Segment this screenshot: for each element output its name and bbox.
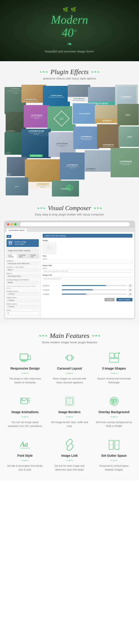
hover-title-input[interactable]: input text for your title content here: [43, 270, 133, 273]
plugin-effects-subtitle: awesome effects with many style options: [4, 77, 135, 80]
browser-dot-close[interactable]: [7, 223, 9, 226]
responsive-icon: [18, 351, 32, 364]
feature-gutter-title: Set Gutter Space: [95, 454, 133, 458]
slider-row-3: 1 Column 40: [43, 292, 133, 296]
svg-rect-9: [9, 243, 10, 245]
feature-link-title: Image Link: [50, 454, 89, 458]
browser-dot-maximize[interactable]: [14, 223, 16, 226]
shapes-icon: [107, 351, 121, 364]
right-section-hover-title: Hover Title: [43, 264, 133, 266]
feature-animations-title: Image Animations: [6, 410, 44, 414]
settings-title: Image Hover Effect Settings: [6, 249, 39, 252]
svg-rect-16: [28, 356, 30, 360]
font-icon: Aa: [18, 438, 32, 452]
save-button[interactable]: Save changes: [117, 298, 133, 301]
tab-carousel[interactable]: Carousel Items: [18, 254, 28, 258]
feature-link-desc: Set link for each image and determine op…: [50, 464, 89, 472]
hero-leaves: 🌿 🌿: [4, 7, 135, 12]
feature-shapes: 3 Image Shapes 〜❧〜 Square Vertical and H…: [93, 348, 135, 386]
image-upload-area[interactable]: [43, 242, 56, 254]
carousel-icon: [63, 351, 76, 364]
link-icon: [63, 438, 76, 452]
svg-text:|: |: [118, 448, 119, 450]
features-title: Main Features: [50, 332, 89, 340]
browser-toolbar: [5, 221, 134, 228]
hero-title-line1: Modern: [51, 13, 88, 26]
browser-address-bar: [20, 222, 130, 226]
leaf-left-icon: 🌿: [63, 7, 68, 12]
feature-link-ornament: 〜❧〜: [50, 459, 89, 462]
borders-icon: [63, 394, 76, 408]
hero-title: Modern 40+: [4, 13, 135, 39]
ornament-left: ❧✦❧: [39, 70, 48, 74]
feature-responsive-desc: The plugin is fully responsive based on …: [6, 377, 44, 384]
crystal-icon: [65, 183, 74, 193]
plugin-effects-heading: ❧✦❧ Plugin Effects ❧✦❧: [4, 68, 135, 76]
svg-rect-21: [110, 358, 119, 362]
browser-mockup: Flamestarter-Admin All: [4, 221, 135, 318]
svg-rect-19: [110, 353, 114, 358]
feature-font-title: Font Style: [6, 454, 44, 458]
settings-field-desktop: Desktop Column 1 Column: [6, 290, 39, 296]
plugin-collage: LoremIpsum Lorem ipsum dolor sit amet co…: [4, 85, 135, 193]
main-features-section: ❧✦❧ Main Features ❧✦❧ Some modern image …: [0, 325, 139, 480]
collage-item-11: LoremIpsum lorem ipsum sit: [95, 105, 119, 123]
feature-borders-title: Image Borders: [50, 410, 89, 414]
hero-subtitle: beautiful and awesome image hover: [4, 50, 135, 53]
settings-field-overlay: Overlay Background Fill Method Default: [6, 279, 39, 284]
browser-dot-minimize[interactable]: [10, 223, 13, 226]
browser-tab-active[interactable]: Flamestarter-Admin: [6, 228, 27, 232]
feature-overlay-desc: Set hover overlay background as RGB or R…: [95, 420, 133, 428]
features-grid: Responsive Design 〜❧〜 The plugin is full…: [4, 348, 135, 474]
hover-title-field: Ipsum input text for your title content …: [43, 268, 133, 273]
browser-tabs: Flamestarter-Admin: [5, 228, 134, 232]
settings-field-creative: Creative 1 Choose your Hover Effect Here: [6, 260, 39, 265]
all-tab[interactable]: All: [6, 235, 11, 238]
features-subtitle: Some modern image hover plugin features: [4, 341, 135, 344]
settings-field-hover: Creative 1 - Hover Effect Effect 2: [6, 266, 39, 271]
hero-title-line2: 40: [62, 26, 74, 39]
collage-item-24: ipsum: [6, 177, 28, 196]
collage-item-22: LoremIpsum lorem ipsum dolor sit: [85, 150, 112, 172]
feature-responsive: Responsive Design 〜❧〜 The plugin is full…: [4, 348, 46, 386]
feature-responsive-ornament: 〜❧〜: [6, 372, 44, 376]
feature-borders-desc: Set image border style, width and color: [50, 420, 89, 428]
hero-title-sup: +: [74, 28, 77, 34]
feature-overlay-title: Overlay Background: [95, 410, 133, 414]
cancel-button[interactable]: Cancel: [105, 298, 115, 301]
slider-value-3: 40: [128, 292, 133, 296]
title-field: Lorem: [43, 258, 133, 263]
feature-carousel-ornament: 〜❧〜: [50, 372, 89, 376]
feature-shapes-title: 3 Image Shapes: [95, 366, 133, 370]
slider-row-2: 1 Column 50: [43, 288, 133, 292]
vc-heading: ❧✦❧ Visual Composer ❧✦❧: [4, 204, 135, 212]
svg-point-12: [48, 247, 49, 248]
link-input[interactable]: http://www.example.com: [43, 277, 133, 280]
collage-item-13: Lorem lorem ipsum: [4, 132, 24, 155]
leaf-right-icon: 🌿: [71, 7, 76, 12]
gutter-icon: | |: [107, 438, 121, 452]
feature-overlay-ornament: 〜❧〜: [95, 415, 133, 419]
tab-custom-css[interactable]: Custom CSS: [29, 254, 39, 258]
slider-row-1: 1 Column 70: [43, 284, 133, 287]
feature-responsive-title: Responsive Design: [6, 366, 44, 370]
action-buttons: Cancel Save changes: [43, 298, 133, 301]
title-input[interactable]: [43, 260, 133, 263]
browser-content: All Modern Image Hover Effect: [5, 232, 134, 318]
link-field: http://www.example.com: [43, 277, 133, 280]
ornament-right: ❧✦❧: [91, 70, 100, 74]
svg-rect-8: [11, 242, 12, 243]
svg-point-26: [21, 398, 22, 400]
collage-item-18: ipsum: [119, 126, 139, 147]
hero-ornament-icon: ❧: [4, 40, 135, 48]
animations-icon: [18, 394, 32, 408]
svg-rect-13: [20, 354, 28, 360]
feature-animations-ornament: 〜❧〜: [6, 415, 44, 419]
collage-item-19: LoremIpsum: [7, 157, 27, 176]
collage-item-14: LOREMIPSUM Lorem ipsum dolor sit amet el…: [21, 129, 51, 158]
tab-hover-settings[interactable]: Hover Settings: [6, 254, 17, 258]
plugin-logo: Modern Image Hover Effect: [6, 239, 39, 247]
feature-gutter-ornament: 〜❧〜: [95, 459, 133, 462]
features-heading: ❧✦❧ Main Features ❧✦❧: [4, 332, 135, 340]
right-section-image: Image: [43, 240, 133, 242]
